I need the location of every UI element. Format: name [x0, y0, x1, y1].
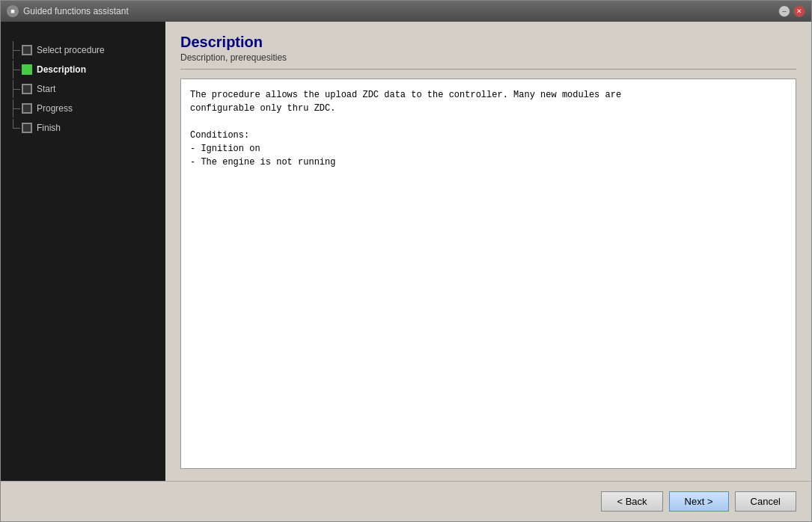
progress-label: Progress	[37, 103, 73, 114]
close-button[interactable]: ✕	[793, 5, 805, 17]
start-icon	[22, 84, 32, 94]
cancel-button[interactable]: Cancel	[735, 491, 796, 512]
sidebar-tree: Select procedure Description	[1, 34, 165, 146]
sidebar-item-finish[interactable]: Finish	[10, 119, 156, 137]
sidebar-item-select-procedure[interactable]: Select procedure	[10, 41, 156, 59]
footer: < Back Next > Cancel	[1, 481, 811, 521]
next-button[interactable]: Next >	[669, 491, 729, 512]
sidebar-item-progress[interactable]: Progress	[10, 99, 156, 117]
title-bar-controls: – ✕	[778, 5, 805, 17]
select-procedure-icon	[22, 45, 32, 55]
finish-icon	[22, 123, 32, 133]
panel-title: Description	[180, 34, 796, 51]
description-label: Description	[37, 64, 86, 75]
start-label: Start	[37, 84, 55, 94]
sidebar-item-description[interactable]: Description	[10, 61, 156, 79]
sidebar-item-start[interactable]: Start	[10, 80, 156, 98]
description-icon	[22, 64, 32, 75]
sidebar: Select procedure Description	[1, 22, 165, 481]
content-area: Select procedure Description	[1, 22, 811, 481]
title-bar-left: ■ Guided functions assistant	[7, 5, 129, 17]
select-procedure-label: Select procedure	[37, 45, 105, 55]
main-panel: Description Description, prerequesities …	[165, 22, 811, 481]
window-icon: ■	[7, 5, 19, 17]
title-bar: ■ Guided functions assistant – ✕	[1, 1, 811, 22]
panel-subtitle: Description, prerequesities	[180, 52, 796, 70]
main-window: ■ Guided functions assistant – ✕	[0, 0, 812, 522]
description-box: The procedure allows the upload ZDC data…	[180, 79, 796, 469]
progress-icon	[22, 103, 32, 114]
minimize-button[interactable]: –	[778, 5, 790, 17]
back-button[interactable]: < Back	[601, 491, 662, 512]
finish-label: Finish	[37, 123, 61, 133]
window-title: Guided functions assistant	[23, 6, 129, 16]
